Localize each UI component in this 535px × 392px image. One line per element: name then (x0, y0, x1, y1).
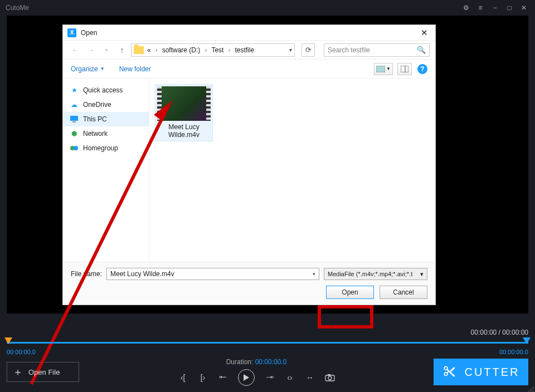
timeline-end-label: 00:00:00.0 (499, 349, 528, 355)
nav-quick-access[interactable]: ★ Quick access (63, 83, 149, 97)
refresh-icon[interactable]: ⟳ (301, 43, 315, 57)
filename-label: File name: (71, 270, 102, 278)
chevron-right-icon: › (228, 46, 230, 54)
play-icon (244, 374, 249, 381)
file-thumbnail (157, 86, 211, 121)
file-type-select[interactable]: MediaFile (*.m4v;*.mp4;*.avi;*.t ▾ (324, 268, 427, 280)
search-icon: 🔍 (417, 46, 426, 54)
search-placeholder: Search testfile (328, 46, 370, 54)
prev-frame-icon[interactable]: ⭰ (218, 373, 228, 383)
dialog-close-icon[interactable]: ✕ (417, 26, 431, 40)
open-file-button[interactable]: ＋ Open File (7, 362, 79, 382)
dialog-toolbar: Organize▼ New folder ▼ ? (63, 60, 435, 79)
help-icon[interactable]: ? (417, 64, 427, 74)
timeline: 00:00:00 / 00:00:00 00:00:00.0 00:00:00.… (7, 329, 528, 346)
duration-label: Duration: 00:00:00.0 (226, 358, 287, 366)
nav-onedrive[interactable]: ☁ OneDrive (63, 97, 149, 112)
view-mode-button[interactable]: ▼ (374, 63, 393, 75)
organize-button[interactable]: Organize▼ (71, 65, 105, 73)
file-item[interactable]: Meet Lucy Wilde.m4v (155, 84, 213, 141)
new-folder-button[interactable]: New folder (119, 65, 151, 73)
minimize-icon[interactable]: − (489, 2, 500, 13)
chevron-down-icon: ▼ (100, 66, 105, 71)
dialog-app-icon: X (67, 28, 76, 37)
chevron-down-icon: ▾ (313, 271, 315, 277)
cloud-icon: ☁ (70, 100, 79, 109)
dialog-nav: ← → ▾ ↑ « › software (D:) › Test › testf… (63, 41, 435, 60)
svg-point-7 (74, 146, 78, 150)
time-readout: 00:00:00 / 00:00:00 (7, 329, 528, 336)
svg-marker-13 (244, 374, 249, 381)
crumb-seg[interactable]: software (D:) (160, 46, 203, 54)
timeline-start-handle[interactable] (4, 337, 12, 345)
thumbnails-icon (376, 66, 385, 72)
crumb-dropdown-icon[interactable]: ▾ (289, 47, 292, 53)
crumb-seg[interactable]: « (145, 46, 153, 54)
step-icon[interactable]: ‹› (285, 373, 295, 383)
search-input[interactable]: Search testfile 🔍 (324, 43, 430, 57)
nav-this-pc[interactable]: This PC (63, 112, 149, 126)
filename-input[interactable]: Meet Lucy Wilde.m4v ▾ (106, 268, 319, 280)
close-app-icon[interactable]: ✕ (518, 2, 529, 13)
crumb-seg[interactable]: Test (209, 46, 226, 54)
app-titlebar: CutoMe ⚙ ≡ − □ ✕ (0, 0, 535, 16)
crumb-seg[interactable]: testfile (232, 46, 256, 54)
svg-rect-5 (72, 121, 76, 122)
svg-rect-4 (70, 116, 78, 121)
star-icon: ★ (70, 86, 79, 95)
chevron-right-icon: › (155, 46, 158, 54)
nav-network[interactable]: ⬢ Network (63, 126, 149, 141)
mark-in-icon[interactable]: ‹[ (178, 373, 188, 383)
nav-pane: ★ Quick access ☁ OneDrive This PC ⬢ Netw… (63, 79, 149, 262)
nav-recent-dropdown-icon[interactable]: ▾ (100, 43, 113, 57)
dialog-titlebar: X Open ✕ (63, 25, 435, 41)
restore-icon[interactable]: □ (504, 2, 515, 13)
svg-point-15 (328, 376, 332, 380)
file-list[interactable]: Meet Lucy Wilde.m4v (149, 79, 435, 262)
loop-icon[interactable]: ↔ (305, 373, 315, 383)
chevron-right-icon: › (205, 46, 207, 54)
svg-rect-16 (328, 374, 330, 376)
dialog-title: Open (81, 29, 97, 37)
cancel-button[interactable]: Cancel (380, 286, 427, 299)
pane-icon (401, 66, 408, 72)
svg-rect-2 (401, 66, 408, 72)
scissors-icon (442, 365, 456, 379)
dialog-footer: File name: Meet Lucy Wilde.m4v ▾ MediaFi… (63, 262, 435, 305)
play-button[interactable] (238, 369, 255, 386)
menu-icon[interactable]: ≡ (475, 2, 486, 13)
svg-rect-0 (376, 66, 385, 72)
gear-icon[interactable]: ⚙ (460, 2, 471, 13)
next-frame-icon[interactable]: ⭲ (265, 373, 275, 383)
snapshot-icon[interactable] (325, 373, 335, 383)
plus-icon: ＋ (13, 365, 23, 379)
chevron-down-icon: ▾ (420, 271, 424, 278)
open-button[interactable]: Open (326, 286, 374, 299)
svg-marker-12 (523, 337, 531, 344)
timeline-end-handle[interactable] (523, 337, 531, 345)
open-dialog: X Open ✕ ← → ▾ ↑ « › software (D:) › Tes… (62, 24, 436, 305)
homegroup-icon (70, 144, 79, 153)
breadcrumb[interactable]: « › software (D:) › Test › testfile ▾ (131, 43, 295, 57)
svg-marker-11 (4, 337, 12, 344)
chevron-down-icon: ▼ (386, 66, 391, 71)
pc-icon (70, 115, 79, 124)
mark-out-icon[interactable]: [› (198, 373, 208, 383)
timeline-start-label: 00:00:00.0 (7, 349, 36, 355)
timeline-track[interactable]: 00:00:00.0 00:00:00.0 (7, 339, 528, 346)
bottom-bar: ＋ Open File Duration: 00:00:00.0 ‹[ [› ⭰… (7, 356, 528, 388)
resize-grip[interactable] (527, 384, 534, 391)
network-icon: ⬢ (70, 129, 79, 138)
nav-homegroup[interactable]: Homegroup (63, 141, 149, 155)
nav-forward-icon: → (84, 43, 98, 57)
file-name-label: Meet Lucy Wilde.m4v (157, 123, 211, 139)
nav-up-icon[interactable]: ↑ (115, 43, 129, 57)
cutter-button[interactable]: CUTTER (434, 359, 528, 385)
preview-pane-button[interactable] (397, 63, 412, 75)
playback-controls: ‹[ [› ⭰ ⭲ ‹› ↔ (178, 369, 335, 386)
folder-icon (134, 46, 144, 54)
app-title: CutoMe (6, 4, 29, 12)
nav-back-icon[interactable]: ← (69, 43, 82, 57)
